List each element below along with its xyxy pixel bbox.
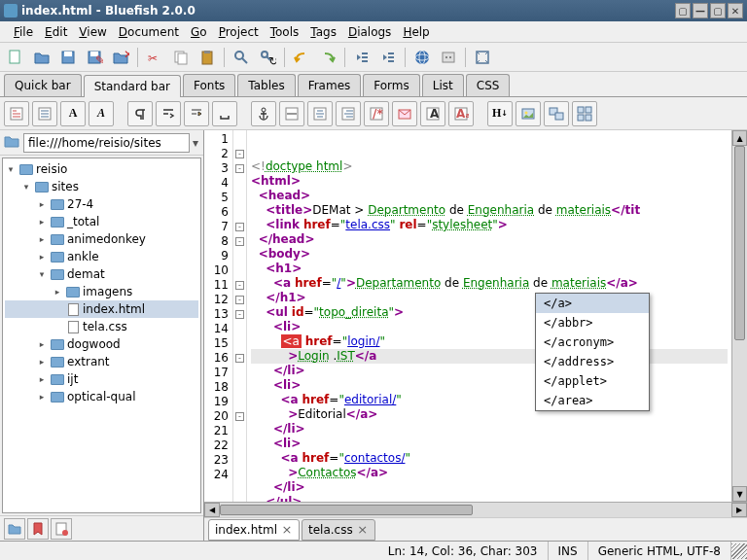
bold-button[interactable]: A (60, 101, 86, 126)
autocomplete-popup[interactable]: </a></abbr></acronym></address></applet>… (535, 293, 650, 411)
toolbar-tab-css[interactable]: CSS (466, 74, 511, 96)
scroll-left-button[interactable]: ◀ (204, 503, 220, 517)
dropdown-icon[interactable]: ▾ (190, 136, 201, 150)
menu-tools[interactable]: Tools (265, 23, 305, 41)
new-file-button[interactable] (4, 46, 27, 69)
basefont-button[interactable]: Aₐ (448, 101, 474, 126)
rightalign-button[interactable] (336, 101, 361, 126)
code-editor[interactable]: <!doctype html><html> <head> <title>DEMa… (247, 130, 731, 502)
autocomplete-item[interactable]: </acronym> (536, 332, 649, 352)
autocomplete-item[interactable]: </abbr> (536, 313, 649, 332)
file-tab[interactable]: index.html× (208, 519, 300, 541)
save-button[interactable] (56, 46, 80, 69)
tree-folder[interactable]: ▸ankle (5, 248, 198, 265)
fullscreen-button[interactable] (471, 46, 494, 69)
tree-folder[interactable]: ▸dogwood (5, 335, 198, 353)
scroll-right-button[interactable]: ▶ (731, 503, 747, 517)
browser-preview-button[interactable] (410, 46, 434, 69)
tree-folder[interactable]: ▾reisio (5, 160, 198, 178)
anchor-button[interactable] (251, 101, 276, 126)
email-button[interactable] (392, 101, 417, 126)
tree-folder[interactable]: ▸27-4 (5, 195, 198, 213)
thumbnail-button[interactable] (544, 101, 569, 126)
insert-mode[interactable]: INS (549, 542, 588, 560)
menu-edit[interactable]: Edit (39, 23, 73, 41)
close-button[interactable]: ✕ (728, 3, 743, 18)
tree-folder[interactable]: ▾demat (5, 265, 198, 283)
tree-folder[interactable]: ▸imagens (5, 283, 198, 300)
toolbar-tab-standard-bar[interactable]: Standard bar (84, 75, 181, 97)
open-file-button[interactable] (30, 46, 53, 69)
quickstart-button[interactable] (4, 101, 29, 126)
scroll-up-button[interactable]: ▲ (732, 130, 747, 146)
snippets-tab-button[interactable] (51, 518, 72, 540)
tree-folder[interactable]: ▸extrant (5, 353, 198, 370)
resize-grip[interactable] (731, 543, 747, 559)
font-button[interactable]: A (420, 101, 445, 126)
tree-file[interactable]: index.html (5, 300, 198, 318)
close-file-button[interactable]: ✕ (109, 46, 132, 69)
menu-tags[interactable]: Tags (304, 23, 342, 41)
close-tab-icon[interactable]: × (357, 524, 369, 536)
breakclear-button[interactable] (184, 101, 209, 126)
menu-help[interactable]: Help (397, 23, 435, 41)
menu-document[interactable]: Document (113, 23, 185, 41)
maximize-button[interactable]: ▢ (710, 3, 726, 18)
tree-folder[interactable]: ▸_total (5, 213, 198, 230)
italic-button[interactable]: A (89, 101, 114, 126)
paste-button[interactable] (196, 46, 219, 69)
toolbar-tab-forms[interactable]: Forms (363, 74, 419, 96)
autocomplete-item[interactable]: </area> (536, 391, 649, 410)
filebrowser-tab-button[interactable] (4, 518, 25, 540)
break-button[interactable] (156, 101, 181, 126)
toolbar-tab-list[interactable]: List (422, 74, 464, 96)
scroll-thumb[interactable] (734, 146, 745, 340)
tree-folder[interactable]: ▸animedonkey (5, 230, 198, 248)
preferences-button[interactable] (437, 46, 460, 69)
vertical-scrollbar[interactable]: ▲ ▼ (731, 130, 747, 502)
menu-file[interactable]: File (8, 23, 39, 41)
paragraph-button[interactable] (127, 101, 153, 126)
menu-view[interactable]: View (73, 23, 112, 41)
bookmarks-tab-button[interactable] (27, 518, 49, 540)
cut-button[interactable]: ✂ (143, 46, 166, 69)
toolbar-tab-fonts[interactable]: Fonts (183, 74, 235, 96)
menu-go[interactable]: Go (185, 23, 213, 41)
file-tab[interactable]: tela.css× (302, 519, 375, 541)
fold-gutter[interactable]: --------- (233, 130, 247, 502)
indent-button[interactable] (376, 46, 400, 69)
find-replace-button[interactable]: ↻ (256, 46, 279, 69)
file-tree[interactable]: ▾reisio▾sites▸27-4▸_total▸animedonkey▸an… (2, 158, 201, 513)
body-button[interactable] (32, 101, 57, 126)
horizontal-scrollbar[interactable]: ◀ ▶ (204, 502, 747, 517)
toolbar-tab-tables[interactable]: Tables (237, 74, 295, 96)
nbsp-button[interactable] (212, 101, 237, 126)
minimize-button[interactable]: — (693, 3, 708, 18)
toolbar-tab-quick-bar[interactable]: Quick bar (4, 74, 82, 96)
heading-button[interactable]: H↓ (487, 101, 513, 126)
tree-folder[interactable]: ▸ijt (5, 370, 198, 388)
copy-button[interactable] (169, 46, 193, 69)
tree-file[interactable]: tela.css (5, 318, 198, 335)
menu-project[interactable]: Project (213, 23, 265, 41)
menu-dialogs[interactable]: Dialogs (342, 23, 397, 41)
autocomplete-item[interactable]: </applet> (536, 371, 649, 391)
undo-button[interactable] (290, 46, 313, 69)
close-tab-icon[interactable]: × (281, 524, 293, 536)
find-button[interactable] (230, 46, 253, 69)
rollup-button[interactable]: ▢ (675, 3, 691, 18)
multithumbnail-button[interactable] (572, 101, 597, 126)
toolbar-tab-frames[interactable]: Frames (298, 74, 362, 96)
path-input[interactable] (23, 133, 190, 153)
scroll-thumb[interactable] (220, 505, 473, 515)
comment-button[interactable]: /* (364, 101, 389, 126)
hrule-button[interactable] (279, 101, 304, 126)
autocomplete-item[interactable]: </a> (536, 294, 649, 313)
autocomplete-item[interactable]: </address> (536, 352, 649, 371)
scroll-down-button[interactable]: ▼ (732, 486, 747, 502)
save-as-button[interactable]: ✎ (83, 46, 106, 69)
image-button[interactable] (516, 101, 541, 126)
tree-folder[interactable]: ▸optical-qual (5, 388, 198, 405)
unindent-button[interactable] (350, 46, 374, 69)
redo-button[interactable] (316, 46, 339, 69)
